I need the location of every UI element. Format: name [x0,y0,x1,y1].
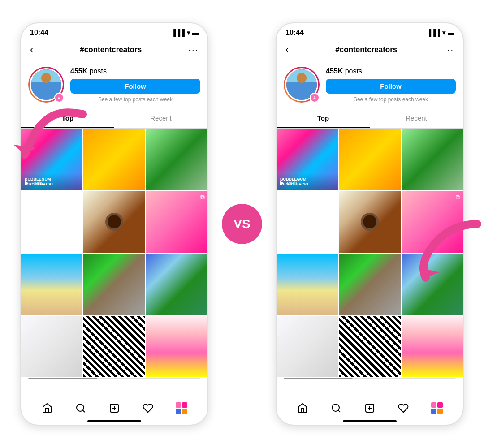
search-nav-right[interactable] [327,401,345,415]
svg-line-1 [82,410,84,412]
header-left: # 455K posts Follow See a few top posts … [21,60,207,109]
tab-recent-left[interactable]: Recent [114,109,207,128]
left-phone-wrapper: 10:44 ▐▐▐ ▾ ▬ ‹ #contentcreators ··· [20,22,208,426]
scroll-indicator-right [284,378,456,379]
signal-icon-left: ▐▐▐ [171,29,185,36]
home-nav-left[interactable] [38,401,56,415]
svg-point-10 [332,404,339,411]
heart-nav-right[interactable] [394,401,412,415]
svg-rect-15 [431,402,436,408]
grid-item-orange-right[interactable] [339,129,400,190]
scroll-indicator-left [28,378,200,379]
grid-item-tent-left[interactable] [146,129,207,190]
grid-item-bubblegum-left[interactable]: BUBBLEGUMPHOTO HACK! ▶ Reels [21,129,82,190]
heart-nav-left[interactable] [139,401,157,415]
svg-rect-7 [176,409,181,414]
svg-rect-8 [182,409,187,414]
home-indicator-right [343,420,397,422]
add-nav-right[interactable] [361,401,379,415]
svg-rect-17 [431,409,436,414]
header-info-right: 455K posts Follow See a few top posts ea… [326,67,456,103]
right-phone-wrapper: 10:44 ▐▐▐ ▾ ▬ ‹ #contentcreators ··· [276,22,464,426]
tab-top-right[interactable]: Top [277,109,370,128]
svg-rect-16 [437,402,443,408]
carousel-icon-left: ⧉ [200,194,205,201]
left-phone: 10:44 ▐▐▐ ▾ ▬ ‹ #contentcreators ··· [20,22,208,426]
right-phone: 10:44 ▐▐▐ ▾ ▬ ‹ #contentcreators ··· [276,22,464,426]
back-button-right[interactable]: ‹ [285,44,289,56]
posts-count-left: 455K posts [70,67,200,75]
grid-item-beach-right[interactable] [277,254,338,315]
signal-icon-right: ▐▐▐ [427,29,440,36]
see-top-posts-left: See a few top posts each week [70,96,200,103]
grid-right: BUBBLEGUMPHOTO HACK! ▶ Reels [277,129,463,396]
header-info-left: 455K posts Follow See a few top posts ea… [70,67,200,103]
status-bar-left: 10:44 ▐▐▐ ▾ ▬ [21,23,207,40]
grid-item-pinkfriends-right[interactable]: ⧉ [402,191,463,252]
avatar-badge-left: # [54,93,64,103]
posts-count-right: 455K posts [326,67,456,75]
grid-item-walkway-left[interactable] [83,254,145,315]
grid-item-walkway-right[interactable] [339,254,400,315]
add-nav-left[interactable] [105,401,123,415]
status-icons-left: ▐▐▐ ▾ ▬ [171,29,199,36]
nav-bar-right: ‹ #contentcreators ··· [277,40,463,60]
search-nav-left[interactable] [72,401,90,415]
tab-recent-right[interactable]: Recent [370,109,463,128]
status-bar-right: 10:44 ▐▐▐ ▾ ▬ [277,23,463,40]
reels-icon-right: ▶ [280,180,284,186]
status-icons-right: ▐▐▐ ▾ ▬ [427,29,454,36]
vs-badge: VS [222,204,262,244]
header-right: # 455K posts Follow See a few top posts … [277,60,463,109]
grid-item-whitevase-left[interactable] [21,316,82,377]
more-button-left[interactable]: ··· [188,45,199,55]
status-time-right: 10:44 [285,29,304,37]
grid-item-portrait-left[interactable] [146,316,207,377]
home-indicator-left [87,420,141,422]
see-top-posts-right: See a few top posts each week [326,96,456,103]
follow-button-left[interactable]: Follow [70,79,200,94]
svg-rect-18 [437,409,443,414]
wifi-icon-right: ▾ [442,29,445,36]
reels-label-right: Reels [287,181,297,185]
avatar-right: # [284,67,320,103]
tabs-right: Top Recent [277,109,463,129]
grid-item-striped-right[interactable] [339,316,400,377]
nav-title-right: #contentcreators [335,45,397,54]
carousel-icon-right: ⧉ [456,194,460,201]
svg-rect-6 [182,402,187,408]
status-time-left: 10:44 [30,29,48,37]
back-button-left[interactable]: ‹ [30,44,33,56]
grid-item-portrait-right[interactable] [402,316,463,377]
avatar-left: # [28,67,64,103]
reels-icon-left: ▶ [25,180,29,186]
battery-icon-left: ▬ [192,29,199,36]
tab-top-left[interactable]: Top [21,109,114,128]
reels-label-left: Reels [31,181,42,185]
grid-left: BUBBLEGUMPHOTO HACK! ▶ Reels [21,129,207,396]
wifi-icon-left: ▾ [187,29,190,36]
svg-point-0 [77,404,84,411]
bottom-nav-right [277,396,463,418]
grid-item-pinkfriends-left[interactable]: ⧉ [146,191,207,252]
grid-item-beach-left[interactable] [21,254,82,315]
grid-item-striped-left[interactable] [83,316,145,377]
grid-item-whitevase-right[interactable] [277,316,338,377]
svg-line-11 [338,410,340,412]
grid-item-bubblegum-right[interactable]: BUBBLEGUMPHOTO HACK! ▶ Reels [277,129,338,190]
bottom-nav-left [21,396,207,418]
grid-item-bluedress-right[interactable] [402,254,463,315]
nav-bar-left: ‹ #contentcreators ··· [21,40,207,60]
more-button-right[interactable]: ··· [444,45,454,55]
grid-item-coffee-left[interactable] [83,191,145,252]
grid-item-coffee-right[interactable] [339,191,400,252]
home-nav-right[interactable] [294,401,311,415]
follow-button-right[interactable]: Follow [326,79,456,94]
battery-icon-right: ▬ [448,29,454,36]
profile-nav-left[interactable] [173,401,190,415]
profile-nav-right[interactable] [428,401,446,415]
grid-item-bluedress-left[interactable] [146,254,207,315]
nav-title-left: #contentcreators [80,45,142,54]
grid-item-tent-right[interactable] [402,129,463,190]
grid-item-orange-left[interactable] [83,129,145,190]
